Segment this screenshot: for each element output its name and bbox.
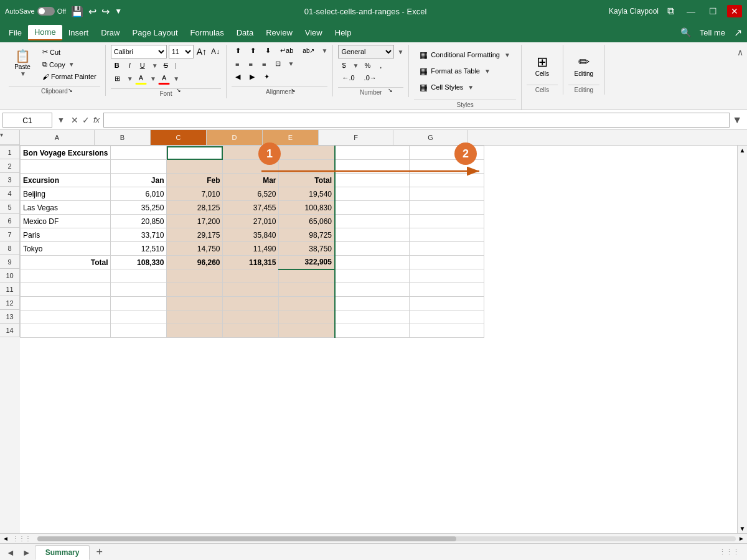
sheet-nav-right[interactable]: ► <box>19 546 35 559</box>
menu-review[interactable]: Review <box>260 26 299 40</box>
cell-e1[interactable] <box>279 146 335 160</box>
align-right-button[interactable]: ≡ <box>258 58 270 70</box>
cell-c9[interactable]: 96,260 <box>167 256 223 269</box>
cell-b2[interactable] <box>111 160 167 174</box>
cell-f7[interactable] <box>335 228 410 242</box>
italic-button[interactable]: I <box>125 60 134 71</box>
cell-c4[interactable]: 7,010 <box>167 187 223 201</box>
bold-button[interactable]: B <box>111 60 123 71</box>
currency-button[interactable]: $ <box>338 60 349 71</box>
cell-b9[interactable]: 108,330 <box>111 256 167 269</box>
copy-button[interactable]: ⧉Copy▼ <box>39 58 100 70</box>
cell-e5[interactable]: 100,830 <box>279 201 335 215</box>
cell-a5[interactable]: Las Vegas <box>21 201 111 215</box>
cell-g4[interactable] <box>410 187 484 201</box>
restore-window-icon[interactable]: ⧉ <box>665 6 677 17</box>
menu-formulas[interactable]: Formulas <box>184 26 230 40</box>
vertical-scrollbar[interactable]: ▲ ▼ <box>737 146 747 533</box>
add-sheet-button[interactable]: + <box>91 546 108 559</box>
cell-d9[interactable]: 118,315 <box>223 256 279 269</box>
row-num-11[interactable]: 11 <box>0 282 20 296</box>
more-alignment-button[interactable]: ✦ <box>260 71 273 83</box>
menu-page-layout[interactable]: Page Layout <box>126 26 184 40</box>
row-num-10[interactable]: 10 <box>0 269 20 282</box>
align-bottom-button[interactable]: ⬇ <box>261 45 275 57</box>
cell-a2[interactable] <box>21 160 111 174</box>
align-center-button[interactable]: ≡ <box>245 58 256 70</box>
cell-f2[interactable] <box>335 160 410 174</box>
h-scroll-thumb[interactable] <box>37 536 456 541</box>
cell-e2[interactable] <box>279 160 335 174</box>
align-middle-button[interactable]: ⬆ <box>247 45 260 57</box>
orient-text-button[interactable]: ab↗ <box>299 45 318 56</box>
row-num-14[interactable]: 14 <box>0 324 20 337</box>
cell-g3[interactable] <box>410 174 484 187</box>
formula-bar-expand[interactable]: ▼ <box>730 114 745 126</box>
cell-c2[interactable] <box>167 160 223 174</box>
row-num-13[interactable]: 13 <box>0 310 20 324</box>
h-scroll-track[interactable] <box>37 536 736 541</box>
menu-view[interactable]: View <box>299 26 329 40</box>
cell-c5[interactable]: 28,125 <box>167 201 223 215</box>
col-header-g[interactable]: G <box>393 130 468 145</box>
cell-a8[interactable]: Tokyo <box>21 242 111 256</box>
cell-f3[interactable] <box>335 174 410 187</box>
formula-input[interactable] <box>103 113 730 128</box>
col-header-a[interactable]: A <box>20 130 95 145</box>
cell-g9[interactable] <box>410 256 484 269</box>
cell-e6[interactable]: 65,060 <box>279 215 335 228</box>
select-all-icon[interactable]: ▾ <box>0 131 3 138</box>
comma-button[interactable]: , <box>376 60 385 71</box>
menu-data[interactable]: Data <box>230 26 260 40</box>
font-dialog-launcher[interactable]: ↘ <box>176 87 181 93</box>
row-num-3[interactable]: 3 <box>0 173 20 187</box>
cell-b4[interactable]: 6,010 <box>111 187 167 201</box>
cell-c6[interactable]: 17,200 <box>167 215 223 228</box>
row-num-6[interactable]: 6 <box>0 214 20 228</box>
cell-d5[interactable]: 37,455 <box>223 201 279 215</box>
cells-button[interactable]: ⊞ Cells <box>527 50 558 81</box>
cell-d8[interactable]: 11,490 <box>223 242 279 256</box>
cell-a9[interactable]: Total <box>21 256 111 269</box>
cell-c1[interactable] <box>167 146 223 160</box>
col-header-b[interactable]: B <box>95 130 151 145</box>
autosave-toggle[interactable]: AutoSave Off <box>5 7 66 16</box>
cell-f4[interactable] <box>335 187 410 201</box>
cell-e7[interactable]: 98,725 <box>279 228 335 242</box>
cell-f9[interactable] <box>335 256 410 269</box>
confirm-formula-icon[interactable]: ✓ <box>82 115 90 125</box>
editing-button[interactable]: ✏ Editing <box>568 50 599 81</box>
cell-e9[interactable]: 322,905 <box>279 256 335 269</box>
tell-me[interactable]: Tell me <box>693 26 731 40</box>
cell-e10[interactable] <box>279 269 335 283</box>
cell-f6[interactable] <box>335 215 410 228</box>
cell-g5[interactable] <box>410 201 484 215</box>
scroll-right-arrow[interactable]: ► <box>738 535 745 542</box>
wrap-text-button[interactable]: ↵ab <box>276 45 297 57</box>
col-header-f[interactable]: F <box>319 130 393 145</box>
fill-color-button[interactable]: A <box>135 72 147 85</box>
cell-e3[interactable]: Total <box>279 174 335 187</box>
clipboard-dialog-launcher[interactable]: ↘ <box>68 87 73 93</box>
menu-insert[interactable]: Insert <box>62 26 95 40</box>
col-header-e[interactable]: E <box>263 130 319 145</box>
horizontal-scrollbar[interactable]: ◄ ⋮⋮⋮ ► <box>0 533 747 543</box>
font-color-button[interactable]: A <box>158 72 170 85</box>
redo-icon[interactable]: ↪ <box>101 6 110 17</box>
cell-a10[interactable] <box>21 269 111 283</box>
strikethrough-button[interactable]: S <box>160 60 172 71</box>
cell-b1[interactable] <box>111 146 167 160</box>
cell-a1[interactable]: Bon Voyage Excursions <box>21 146 111 160</box>
cell-d10[interactable] <box>223 269 279 283</box>
cell-f1[interactable] <box>335 146 410 160</box>
cell-b10[interactable] <box>111 269 167 283</box>
cell-e8[interactable]: 38,750 <box>279 242 335 256</box>
share-icon[interactable]: ↗ <box>731 24 745 41</box>
cell-c7[interactable]: 29,175 <box>167 228 223 242</box>
cell-c10[interactable] <box>167 269 223 283</box>
name-box[interactable]: C1 <box>2 113 52 128</box>
cell-b7[interactable]: 33,710 <box>111 228 167 242</box>
menu-home[interactable]: Home <box>28 25 62 40</box>
cell-d6[interactable]: 27,010 <box>223 215 279 228</box>
row-num-4[interactable]: 4 <box>0 187 20 200</box>
